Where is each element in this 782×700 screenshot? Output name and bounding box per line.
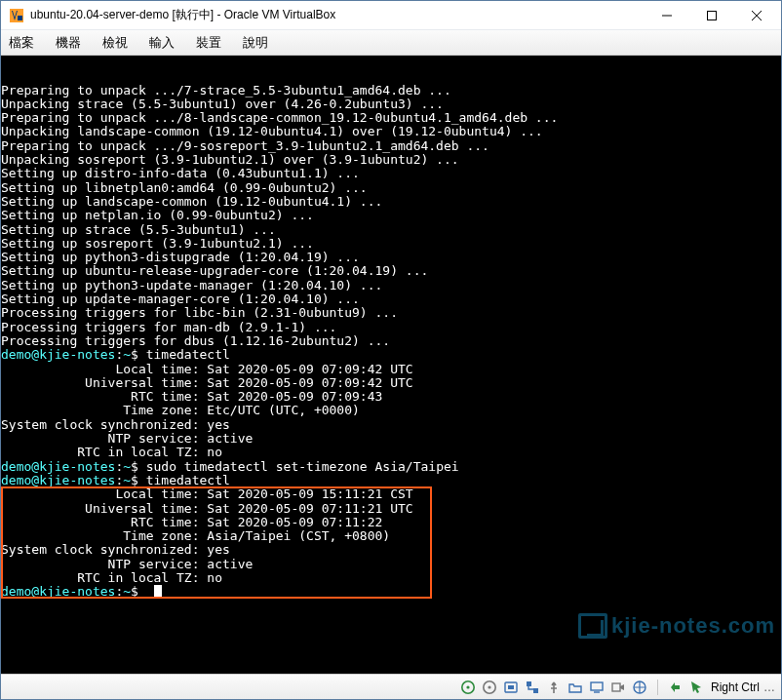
terminal-line: Processing triggers for dbus (1.12.16-2u… xyxy=(1,334,781,348)
terminal-line: Time zone: Etc/UTC (UTC, +0000) xyxy=(1,404,781,417)
terminal-line: Preparing to unpack .../8-landscape-comm… xyxy=(1,111,781,125)
terminal-line: System clock synchronized: yes xyxy=(1,543,781,557)
shell-prompt: demo@kjie-notes:~$ xyxy=(1,585,781,599)
shell-prompt: demo@kjie-notes:~$ timedatectl xyxy=(1,474,781,487)
mouse-integration-icon[interactable] xyxy=(668,680,684,695)
svg-rect-12 xyxy=(527,681,531,686)
terminal-line: Setting up python3-distupgrade (1:20.04.… xyxy=(1,251,781,264)
vm-window: ubuntu-20.04-server-demo [執行中] - Oracle … xyxy=(0,0,782,700)
window-title: ubuntu-20.04-server-demo [執行中] - Oracle … xyxy=(30,7,645,23)
terminal-line: Preparing to unpack .../9-sosreport_3.9-… xyxy=(1,139,781,153)
keyboard-captured-icon[interactable] xyxy=(689,680,705,695)
terminal-line: Universal time: Sat 2020-05-09 07:11:21 … xyxy=(1,502,781,516)
svg-rect-14 xyxy=(591,682,603,690)
terminal-line: Unpacking strace (5.5-3ubuntu1) over (4.… xyxy=(1,97,781,111)
recording-icon[interactable] xyxy=(610,680,626,695)
statusbar: Right Ctrl … xyxy=(1,674,781,699)
disk-icon[interactable] xyxy=(460,680,476,695)
window-buttons xyxy=(645,1,779,29)
menu-view[interactable]: 檢視 xyxy=(102,34,128,52)
guest-additions-icon[interactable] xyxy=(632,680,647,695)
terminal-line: RTC in local TZ: no xyxy=(1,571,781,585)
close-button[interactable] xyxy=(734,1,779,29)
terminal-line: Setting up landscape-common (19.12-0ubun… xyxy=(1,195,781,209)
shell-prompt: demo@kjie-notes:~$ timedatectl xyxy=(1,348,781,362)
host-key-label: Right Ctrl xyxy=(711,681,760,694)
terminal-line: Time zone: Asia/Taipei (CST, +0800) xyxy=(1,529,781,543)
terminal-line: Preparing to unpack .../7-strace_5.5-3ub… xyxy=(1,84,781,97)
terminal-line: Local time: Sat 2020-05-09 07:09:42 UTC xyxy=(1,363,781,376)
terminal-line: RTC in local TZ: no xyxy=(1,446,781,459)
svg-point-7 xyxy=(466,685,469,688)
menu-input[interactable]: 輸入 xyxy=(149,34,175,52)
terminal-line: Universal time: Sat 2020-05-09 07:09:42 … xyxy=(1,376,781,390)
terminal-line: Setting up libnetplan0:amd64 (0.99-0ubun… xyxy=(1,181,781,195)
terminal-line: Processing triggers for man-db (2.9.1-1)… xyxy=(1,321,781,334)
terminal[interactable]: Preparing to unpack .../7-strace_5.5-3ub… xyxy=(1,56,781,674)
dropdown-icon[interactable]: … xyxy=(765,680,773,695)
svg-rect-13 xyxy=(533,688,538,693)
terminal-line: NTP service: active xyxy=(1,432,781,446)
display-icon[interactable] xyxy=(589,680,605,695)
maximize-button[interactable] xyxy=(689,1,734,29)
svg-rect-1 xyxy=(18,16,22,20)
svg-rect-3 xyxy=(708,11,717,19)
terminal-line: System clock synchronized: yes xyxy=(1,418,781,432)
menu-devices[interactable]: 裝置 xyxy=(196,34,221,52)
watermark-icon xyxy=(578,613,607,639)
terminal-line: Unpacking sosreport (3.9-1ubuntu2.1) ove… xyxy=(1,153,781,167)
cursor xyxy=(154,585,162,597)
optical-icon[interactable] xyxy=(482,680,497,695)
terminal-line: Unpacking landscape-common (19.12-0ubunt… xyxy=(1,125,781,138)
terminal-line: Setting up distro-info-data (0.43ubuntu1… xyxy=(1,167,781,180)
terminal-line: Setting up netplan.io (0.99-0ubuntu2) ..… xyxy=(1,209,781,222)
network-icon[interactable] xyxy=(525,680,540,695)
shared-folder-icon[interactable] xyxy=(567,680,583,695)
terminal-line: NTP service: active xyxy=(1,558,781,571)
watermark: kjie-notes.com xyxy=(536,599,775,652)
menubar: 檔案 機器 檢視 輸入 裝置 說明 xyxy=(1,30,781,56)
menu-machine[interactable]: 機器 xyxy=(56,34,81,52)
terminal-line: RTC time: Sat 2020-05-09 07:09:43 xyxy=(1,390,781,404)
watermark-text: kjie-notes.com xyxy=(611,613,775,638)
terminal-line: Setting up sosreport (3.9-1ubuntu2.1) ..… xyxy=(1,237,781,251)
svg-point-9 xyxy=(488,685,490,688)
audio-icon[interactable] xyxy=(503,680,519,695)
virtualbox-icon xyxy=(9,8,24,23)
svg-rect-11 xyxy=(508,685,514,689)
terminal-line: Setting up strace (5.5-3ubuntu1) ... xyxy=(1,223,781,237)
titlebar: ubuntu-20.04-server-demo [執行中] - Oracle … xyxy=(1,1,781,30)
terminal-line: Processing triggers for libc-bin (2.31-0… xyxy=(1,306,781,320)
menu-file[interactable]: 檔案 xyxy=(9,34,34,52)
terminal-line: Setting up python3-update-manager (1:20.… xyxy=(1,279,781,292)
usb-icon[interactable] xyxy=(546,680,562,695)
svg-rect-16 xyxy=(612,683,620,691)
separator xyxy=(657,680,658,695)
terminal-line: Local time: Sat 2020-05-09 15:11:21 CST xyxy=(1,487,781,501)
terminal-line: RTC time: Sat 2020-05-09 07:11:22 xyxy=(1,516,781,529)
terminal-line: Setting up ubuntu-release-upgrader-core … xyxy=(1,264,781,278)
minimize-button[interactable] xyxy=(645,1,689,29)
menu-help[interactable]: 說明 xyxy=(243,34,268,52)
terminal-line: Setting up update-manager-core (1:20.04.… xyxy=(1,292,781,306)
shell-prompt: demo@kjie-notes:~$ sudo timedatectl set-… xyxy=(1,460,781,474)
